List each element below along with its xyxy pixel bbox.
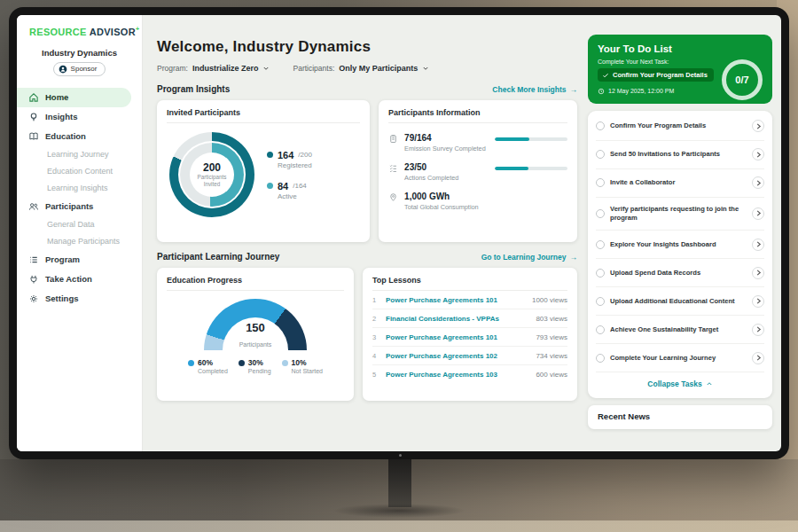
- task-label: Upload Additional Educational Content: [610, 297, 747, 306]
- chevron-down-icon: [422, 65, 429, 72]
- task-checkbox[interactable]: [596, 325, 605, 334]
- sidebar-item-label: Home: [45, 92, 68, 102]
- legend-total: /164: [293, 182, 307, 190]
- sidebar-item-home[interactable]: Home: [17, 88, 131, 107]
- lesson-link[interactable]: Financial Considerations - VPPAs: [386, 315, 529, 323]
- task-row-achieve-target[interactable]: Achieve One Sustainability Target: [596, 316, 764, 344]
- chevron-right-icon[interactable]: [752, 352, 764, 364]
- task-row-confirm-program[interactable]: Confirm Your Program Details: [596, 113, 764, 141]
- sidebar-item-learning-journey[interactable]: Learning Journey: [17, 146, 142, 163]
- legend-active: 84 /164 Active: [267, 181, 312, 200]
- todo-task-list: Confirm Your Program Details Send 50 Inv…: [588, 111, 772, 399]
- invited-participants-donut: 200 Participants Invited: [169, 132, 254, 217]
- task-checkbox[interactable]: [596, 269, 605, 278]
- sidebar-item-label: Education Content: [47, 167, 113, 176]
- lesson-number: 2: [372, 315, 379, 323]
- next-task-label: Confirm Your Program Details: [613, 71, 708, 79]
- chevron-right-icon[interactable]: [752, 295, 764, 308]
- logo-plus: +: [136, 26, 139, 32]
- sidebar-item-education-content[interactable]: Education Content: [17, 163, 142, 180]
- card-title: Participants Information: [388, 108, 567, 123]
- sidebar-item-take-action[interactable]: Take Action: [17, 270, 142, 289]
- task-row-upload-educational-content[interactable]: Upload Additional Educational Content: [596, 287, 764, 316]
- task-checkbox[interactable]: [596, 150, 605, 159]
- task-row-verify-participants[interactable]: Verify participants requesting to join t…: [596, 198, 764, 231]
- chevron-right-icon[interactable]: [752, 148, 764, 160]
- program-label: Program:: [157, 64, 188, 73]
- task-checkbox[interactable]: [596, 240, 605, 249]
- lesson-link[interactable]: Power Purchase Agreements 101: [386, 296, 526, 304]
- sidebar-item-general-data[interactable]: General Data: [17, 216, 142, 233]
- task-label: Invite a Collaborator: [610, 178, 747, 187]
- chevron-right-icon[interactable]: [752, 176, 764, 189]
- chevron-right-icon[interactable]: [752, 267, 764, 279]
- stat-label: Emission Survey Completed: [404, 145, 486, 153]
- next-task-pill[interactable]: Confirm Your Program Details: [598, 68, 714, 82]
- next-task-time-label: 12 May 2025, 12:00 PM: [608, 88, 674, 94]
- task-label: Send 50 Invitations to Participants: [610, 150, 747, 159]
- task-label: Verify participants requesting to join t…: [610, 205, 747, 223]
- task-checkbox[interactable]: [596, 354, 605, 363]
- sidebar-item-participants[interactable]: Participants: [17, 197, 142, 216]
- task-row-explore-insights[interactable]: Explore Your Insights Dashboard: [596, 231, 764, 259]
- sidebar-item-settings[interactable]: Settings: [17, 289, 142, 309]
- sidebar-item-insights[interactable]: Insights: [17, 107, 142, 127]
- lesson-row: 3 Power Purchase Agreements 101 793 view…: [372, 328, 567, 347]
- go-to-learning-journey-link[interactable]: Go to Learning Journey →: [481, 253, 577, 262]
- chevron-right-icon[interactable]: [752, 207, 764, 220]
- check-more-insights-link[interactable]: Check More Insights →: [492, 85, 577, 94]
- task-row-invite-collaborator[interactable]: Invite a Collaborator: [596, 169, 764, 198]
- task-checkbox[interactable]: [596, 297, 605, 306]
- legend-dot-pending: [239, 360, 245, 366]
- sidebar-item-program[interactable]: Program: [17, 250, 142, 270]
- participants-icon: [28, 201, 39, 212]
- power-led: [399, 454, 402, 457]
- task-label: Achieve One Sustainability Target: [610, 325, 747, 334]
- legend-value: 60%: [198, 358, 213, 367]
- collapse-tasks-button[interactable]: Collapse Tasks: [596, 372, 764, 396]
- task-checkbox[interactable]: [596, 178, 605, 187]
- stat-label: Actions Completed: [404, 174, 458, 182]
- program-icon: [28, 254, 39, 265]
- task-row-upload-spend-data[interactable]: Upload Spend Data Records: [596, 259, 764, 287]
- task-checkbox[interactable]: [596, 121, 605, 130]
- arrow-right-icon: →: [570, 85, 578, 94]
- task-checkbox[interactable]: [596, 209, 605, 218]
- sidebar-item-label: Learning Journey: [47, 150, 109, 159]
- chevron-right-icon[interactable]: [752, 324, 764, 336]
- chevron-right-icon[interactable]: [752, 120, 764, 132]
- sidebar-item-education[interactable]: Education: [17, 127, 142, 146]
- lesson-views: 803 views: [536, 315, 567, 323]
- legend-pending: 30% Pending: [239, 358, 271, 374]
- content-column: Welcome, Industry Dynamics Program: Indu…: [157, 15, 588, 451]
- chevron-right-icon[interactable]: [752, 239, 764, 251]
- lesson-link[interactable]: Power Purchase Agreements 101: [386, 333, 529, 341]
- program-select[interactable]: Program: Industrialize Zero: [157, 64, 270, 73]
- sidebar-item-manage-participants[interactable]: Manage Participants: [17, 233, 142, 250]
- stat-row-emission-survey: 79/164 Emission Survey Completed: [388, 133, 567, 153]
- gauge-center: 150 Participants: [204, 321, 307, 350]
- monitor-bezel: RESOURCE ADVISOR+ Industry Dynamics Spon…: [9, 7, 789, 459]
- app-logo: RESOURCE ADVISOR+: [17, 26, 142, 37]
- dashboard-screen: RESOURCE ADVISOR+ Industry Dynamics Spon…: [17, 15, 781, 451]
- link-label: Go to Learning Journey: [481, 253, 567, 262]
- desk-edge: [0, 520, 798, 532]
- legend-registered: 164 /200 Registered: [267, 150, 312, 169]
- legend-total: /200: [298, 151, 312, 159]
- lesson-link[interactable]: Power Purchase Agreements 103: [386, 371, 529, 379]
- task-label: Complete Your Learning Journey: [610, 354, 747, 363]
- stat-value: 79/164: [404, 133, 486, 143]
- sidebar-nav: Home Insights Education Learning Journey…: [17, 88, 142, 309]
- lesson-link[interactable]: Power Purchase Agreements 102: [386, 352, 529, 360]
- filters-row: Program: Industrialize Zero Participants…: [157, 64, 577, 73]
- task-row-send-invitations[interactable]: Send 50 Invitations to Participants: [596, 141, 764, 169]
- participants-value: Only My Participants: [339, 64, 418, 73]
- participants-select[interactable]: Participants: Only My Participants: [293, 64, 429, 73]
- consumption-icon: [388, 192, 398, 202]
- legend-value: 84: [278, 181, 288, 192]
- task-row-complete-learning-journey[interactable]: Complete Your Learning Journey: [596, 344, 764, 372]
- sidebar-item-learning-insights[interactable]: Learning Insights: [17, 180, 142, 197]
- legend-dot-completed: [188, 360, 194, 366]
- program-value: Industrialize Zero: [192, 64, 259, 73]
- gauge-center-value: 150: [204, 321, 307, 334]
